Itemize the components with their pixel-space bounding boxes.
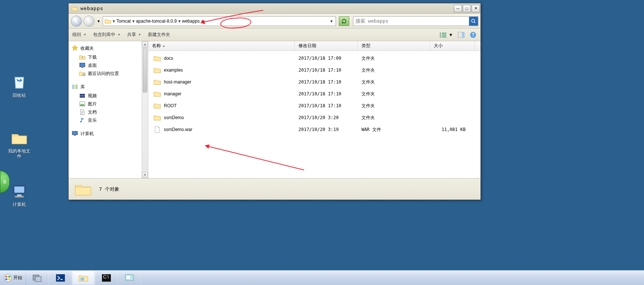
view-mode-button[interactable]: ▼	[440, 31, 453, 39]
sidebar-scrollbar[interactable]: ▲ ▼	[142, 41, 148, 178]
include-in-library-menu[interactable]: 包含到库中▼	[93, 32, 120, 38]
search-box[interactable]	[353, 16, 478, 26]
history-dropdown[interactable]: ▾	[96, 17, 101, 26]
file-name: ssmDemo	[164, 115, 184, 120]
sidebar-item-label: 图片	[88, 101, 97, 107]
svg-rect-15	[80, 63, 85, 67]
start-label: 开始	[13, 275, 22, 281]
svg-rect-7	[440, 36, 441, 37]
file-date: 2017/10/20 3:19	[295, 127, 358, 132]
computer-icon	[72, 130, 78, 137]
folder-icon	[10, 129, 28, 147]
file-row[interactable]: examples2017/10/18 17:10文件夹	[148, 64, 480, 76]
sidebar-item-label: 视频	[88, 93, 97, 99]
col-name[interactable]: 名称▲	[148, 41, 295, 50]
organize-menu[interactable]: 组织▼	[72, 32, 86, 38]
file-row[interactable]: ROOT2017/10/18 17:10文件夹	[148, 100, 480, 112]
sidebar-item-pictures[interactable]: 图片	[69, 100, 148, 108]
breadcrumb-seg[interactable]: Tomcat	[116, 19, 132, 24]
taskbar-powershell[interactable]	[49, 271, 72, 285]
new-folder-button[interactable]: 新建文件夹	[148, 32, 170, 38]
titlebar[interactable]: webapps ─ □ ✕	[69, 3, 480, 14]
file-row[interactable]: docs2017/10/18 17:09文件夹	[148, 52, 480, 64]
favorites-group[interactable]: 收藏夹	[69, 43, 148, 53]
file-date: 2017/10/20 3:20	[295, 115, 358, 120]
status-bar: 7 个对象	[69, 178, 480, 200]
preview-pane-button[interactable]	[458, 31, 465, 39]
taskbar-server-manager[interactable]	[26, 271, 49, 285]
folder-icon	[75, 182, 92, 197]
close-button[interactable]: ✕	[472, 5, 480, 12]
file-row[interactable]: ssmDemo.war2017/10/20 3:19WAR 文件11,081 K…	[148, 124, 480, 135]
taskbar-explorer[interactable]	[72, 271, 95, 285]
svg-rect-32	[80, 278, 84, 281]
chevron-down-icon: ▼	[118, 33, 120, 36]
forward-button[interactable]	[83, 16, 95, 27]
breadcrumb-seg[interactable]: webapps	[181, 19, 201, 24]
col-size[interactable]: 大小	[430, 41, 475, 50]
taskbar-cmd[interactable]: C:\	[95, 271, 118, 285]
breadcrumb-sep[interactable]: ▾	[201, 19, 204, 24]
svg-rect-22	[80, 94, 85, 95]
sidebar-item-recent[interactable]: 最近访问的位置	[69, 69, 148, 78]
folder-icon	[153, 78, 161, 86]
scroll-thumb[interactable]	[143, 48, 147, 92]
svg-point-28	[4, 274, 11, 282]
navigation-pane: 收藏夹 下载 桌面 最近访问的位置 库 视频 图片 文档 音乐 计算机 ▲ ▼	[69, 41, 148, 178]
share-menu[interactable]: 共享▼	[127, 32, 141, 38]
back-button[interactable]	[71, 16, 82, 27]
computer-icon	[10, 183, 28, 200]
scroll-down-button[interactable]: ▼	[142, 172, 148, 178]
column-headers: 名称▲ 修改日期 类型 大小	[148, 41, 480, 51]
taskbar: 开始 C:\	[0, 270, 644, 285]
help-button[interactable]: ?	[469, 31, 477, 39]
file-row[interactable]: ssmDemo2017/10/20 3:20文件夹	[148, 112, 480, 124]
sidebar-item-videos[interactable]: 视频	[69, 92, 148, 100]
sidebar-item-music[interactable]: 音乐	[69, 116, 148, 124]
breadcrumb-seg[interactable]: apache-tomcat-8.0.9	[135, 19, 178, 24]
sidebar-item-desktop[interactable]: 桌面	[69, 61, 148, 69]
address-bar[interactable]: ▾ Tomcat ▾ apache-tomcat-8.0.9 ▾ webapps…	[103, 16, 336, 26]
folder-icon	[153, 114, 161, 121]
sidebar-item-downloads[interactable]: 下载	[69, 53, 148, 61]
col-label: 名称	[152, 43, 161, 49]
file-size: 11,081 KB	[430, 127, 475, 132]
svg-rect-27	[74, 135, 76, 136]
file-name: manager	[164, 91, 181, 96]
taskbar-desktop[interactable]	[118, 271, 141, 285]
svg-text:?: ?	[472, 32, 474, 37]
breadcrumb-sep[interactable]: ▾	[178, 19, 181, 24]
col-type[interactable]: 类型	[358, 41, 430, 50]
desktop-icon-myfiles[interactable]: 我的本地文 件	[4, 129, 35, 159]
newfolder-label: 新建文件夹	[148, 32, 170, 38]
breadcrumb-sep[interactable]: ▾	[112, 19, 116, 24]
search-button[interactable]	[469, 17, 478, 26]
breadcrumb-sep[interactable]: ▾	[132, 19, 135, 24]
desktop-icon-recycle-bin[interactable]: 回收站	[5, 73, 33, 98]
refresh-button[interactable]	[339, 16, 349, 26]
libraries-group[interactable]: 库	[69, 82, 148, 92]
downloads-icon	[79, 54, 86, 60]
svg-rect-2	[17, 194, 22, 196]
file-row[interactable]: manager2017/10/18 17:10文件夹	[148, 88, 480, 100]
start-button[interactable]: 开始	[0, 271, 26, 285]
col-date[interactable]: 修改日期	[295, 41, 358, 50]
svg-rect-30	[35, 276, 41, 282]
svg-rect-19	[74, 85, 76, 89]
cmd-icon: C:\	[101, 273, 112, 282]
scroll-up-button[interactable]: ▲	[142, 41, 148, 48]
svg-rect-16	[81, 67, 83, 68]
maximize-button[interactable]: □	[463, 5, 471, 12]
computer-group[interactable]: 计算机	[69, 129, 148, 138]
file-name: docs	[164, 56, 173, 61]
explorer-window: webapps ─ □ ✕ ▾ ▾ Tomcat ▾ apache-tomcat…	[68, 3, 481, 200]
search-input[interactable]	[353, 18, 469, 24]
breadcrumb-overflow[interactable]: ▾	[328, 19, 335, 24]
sidebar-item-label: 音乐	[88, 117, 97, 124]
minimize-button[interactable]: ─	[454, 5, 462, 12]
desktop-icon-computer[interactable]: 计算机	[5, 183, 33, 207]
file-row[interactable]: host-manager2017/10/18 17:10文件夹	[148, 76, 480, 88]
svg-rect-26	[72, 131, 77, 135]
sidebar-item-documents[interactable]: 文档	[69, 108, 148, 116]
col-label: 修改日期	[298, 43, 316, 49]
